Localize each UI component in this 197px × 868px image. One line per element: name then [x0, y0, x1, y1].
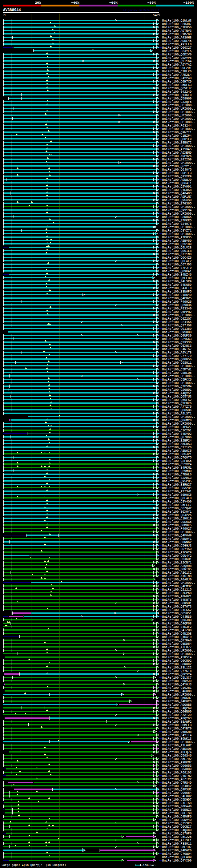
svg-text:UniRef100_A9NWJ9: UniRef100_A9NWJ9 — [162, 178, 192, 182]
svg-text:UniRef100_Q6EEB0: UniRef100_Q6EEB0 — [162, 277, 192, 280]
svg-text:UniRef100_Q8T6T3: UniRef100_Q8T6T3 — [162, 605, 192, 609]
svg-text:UniRef100_Q753X3: UniRef100_Q753X3 — [162, 822, 192, 825]
svg-text:UniRef100_Q8IBA0: UniRef100_Q8IBA0 — [162, 639, 192, 642]
svg-text:UniRef100_Q01369: UniRef100_Q01369 — [162, 327, 192, 331]
svg-text:UniRef100_Q0GN69: UniRef100_Q0GN69 — [162, 710, 192, 713]
svg-text:UniRef100_A2I3W1: UniRef100_A2I3W1 — [162, 490, 192, 493]
svg-text:~80%: ~80% — [147, 1, 156, 5]
svg-text:UniRef100_C5KVJ9: UniRef100_C5KVJ9 — [162, 680, 192, 683]
svg-text:UniRef100_UPI000..: UniRef100_UPI000.. — [162, 114, 195, 117]
svg-text:UniRef100_Q9C4Z6: UniRef100_Q9C4Z6 — [162, 256, 192, 259]
svg-text:UniRef100_UPI000..: UniRef100_UPI000.. — [162, 127, 195, 131]
svg-text:UniRef100_A4S6H8: UniRef100_A4S6H8 — [162, 36, 192, 39]
svg-text:UniRef100_Q179P0: UniRef100_Q179P0 — [162, 832, 192, 835]
svg-text:UniRef100_C7YT79: UniRef100_C7YT79 — [162, 354, 192, 358]
svg-text:UniRef100_C4WT57: UniRef100_C4WT57 — [162, 348, 192, 351]
svg-text:UniRef100_A7TSL1: UniRef100_A7TSL1 — [162, 839, 192, 842]
svg-text:UniRef100_UPI000..: UniRef100_UPI000.. — [162, 314, 195, 317]
svg-text:UniRef100_Q9FSU2: UniRef100_Q9FSU2 — [162, 788, 192, 791]
svg-text:UniRef100_Q9W7I1: UniRef100_Q9W7I1 — [162, 131, 192, 134]
svg-text:UniRef100_UPI000..: UniRef100_UPI000.. — [162, 581, 195, 585]
svg-text:UniRef100_P93340: UniRef100_P93340 — [162, 307, 192, 310]
svg-text:UniRef100_A0AUJ0: UniRef100_A0AUJ0 — [162, 578, 192, 581]
svg-text:UniRef100_C9E2R1: UniRef100_C9E2R1 — [162, 66, 192, 70]
svg-text:UniRef100_B9SU88: UniRef100_B9SU88 — [162, 331, 192, 334]
svg-text:UniRef100_A9RL45: UniRef100_A9RL45 — [162, 39, 192, 43]
svg-text:UniRef100_B7FJT0: UniRef100_B7FJT0 — [162, 266, 192, 270]
svg-text:UniRef100_C4PG27: UniRef100_C4PG27 — [162, 426, 192, 429]
svg-text:UniRef100_Q0UP30: UniRef100_Q0UP30 — [162, 334, 192, 338]
svg-text:UniRef100_C4LU92: UniRef100_C4LU92 — [162, 795, 192, 798]
svg-text:UniRef100_B7SP58: UniRef100_B7SP58 — [162, 591, 192, 595]
svg-text:1: 1 — [4, 13, 6, 17]
svg-text:UniRef100_UPI000..: UniRef100_UPI000.. — [162, 107, 195, 111]
svg-text:UniRef100_Q801L9: UniRef100_Q801L9 — [162, 137, 192, 141]
svg-text:UniRef100_A8Q263: UniRef100_A8Q263 — [162, 717, 192, 720]
svg-text:UniRef100_B4FKM1: UniRef100_B4FKM1 — [162, 466, 192, 470]
svg-text:UniRef100_A9TNV3: UniRef100_A9TNV3 — [162, 29, 192, 33]
svg-text:UniRef100_Q24D42: UniRef100_Q24D42 — [162, 784, 192, 788]
svg-text:UniRef100_B8BQ72: UniRef100_B8BQ72 — [162, 141, 192, 145]
svg-text:UniRef100_B6K8C2: UniRef100_B6K8C2 — [162, 662, 192, 666]
svg-text:UniRef100_A9QQB5: UniRef100_A9QQB5 — [162, 703, 192, 707]
svg-text:UniRef100_Q6FW89: UniRef100_Q6FW89 — [162, 856, 192, 859]
svg-text:UniRef100_Q8AVP6: UniRef100_Q8AVP6 — [162, 56, 192, 60]
svg-text:UniRef100_B3L122: UniRef100_B3L122 — [162, 666, 192, 670]
svg-text:UniRef100_C5L225: UniRef100_C5L225 — [162, 835, 192, 839]
svg-text:UniRef100_B8A2B4: UniRef100_B8A2B4 — [162, 487, 192, 490]
svg-text:UniRef100_B7G365: UniRef100_B7G365 — [162, 202, 192, 206]
svg-text:UniRef100_Q6L4F8: UniRef100_Q6L4F8 — [162, 497, 192, 500]
svg-text:UniRef100_UPI000..: UniRef100_UPI000.. — [162, 652, 195, 656]
svg-text:UniRef100_Q93134: UniRef100_Q93134 — [162, 209, 192, 212]
svg-text:UniRef100_UPI000..: UniRef100_UPI000.. — [162, 422, 195, 426]
svg-text:UniRef100_A8Q1C2: UniRef100_A8Q1C2 — [162, 571, 192, 575]
svg-text:UniRef100_UPI000..: UniRef100_UPI000.. — [162, 415, 195, 419]
svg-text:UniRef100_Q59S46: UniRef100_Q59S46 — [162, 754, 192, 757]
svg-text:UniRef100_Q29MB0: UniRef100_Q29MB0 — [162, 470, 192, 473]
svg-text:UniRef100_A9LST1: UniRef100_A9LST1 — [162, 412, 192, 415]
svg-text:UniRef100_Q95PD5: UniRef100_Q95PD5 — [162, 480, 192, 483]
svg-text:UniRef100_B4KUT6: UniRef100_B4KUT6 — [162, 598, 192, 602]
svg-text:UniRef100_Q6C592: UniRef100_Q6C592 — [162, 659, 192, 662]
svg-text:UniRef100_A9YTA2: UniRef100_A9YTA2 — [162, 63, 192, 66]
svg-text:UniRef100_C4LTS8: UniRef100_C4LTS8 — [162, 802, 192, 805]
svg-text:UniRef100_B4IZB0: UniRef100_B4IZB0 — [162, 629, 192, 632]
svg-text:UniRef100_P49026: UniRef100_P49026 — [162, 300, 192, 304]
svg-text:UniRef100_042248: UniRef100_042248 — [162, 77, 192, 80]
svg-text:Large gaps: ▲(in Query)/- (in: Large gaps: ▲(in Query)/- (in Subject) — [2, 863, 66, 867]
svg-text:UniRef100_Q870G6: UniRef100_Q870G6 — [162, 436, 192, 439]
svg-text:UniRef100_Q4UA19: UniRef100_Q4UA19 — [162, 636, 192, 639]
svg-text:UniRef100_B2BF24: UniRef100_B2BF24 — [162, 439, 192, 442]
svg-text:UniRef100_C5E1D7: UniRef100_C5E1D7 — [162, 845, 192, 849]
svg-text:UniRef100_UPI000..: UniRef100_UPI000.. — [162, 693, 195, 696]
svg-text:UniRef100_Q864T1: UniRef100_Q864T1 — [162, 182, 192, 185]
svg-text:UniRef100_C1MZG8: UniRef100_C1MZG8 — [162, 33, 192, 36]
svg-text:UniRef100_C1I1Z6: UniRef100_C1I1Z6 — [162, 446, 192, 449]
svg-text:UniRef100_UPI000..: UniRef100_UPI000.. — [162, 121, 195, 124]
svg-text:UniRef100_UPI000..: UniRef100_UPI000.. — [162, 232, 195, 236]
svg-text:UniRef100_A7TZ75: UniRef100_A7TZ75 — [162, 405, 192, 409]
svg-text:UniRef100_Q60FS2: UniRef100_Q60FS2 — [162, 398, 192, 402]
svg-text:UniRef100_C0S6G5: UniRef100_C0S6G5 — [162, 520, 192, 524]
svg-text:UniRef100_UPI000..: UniRef100_UPI000.. — [162, 741, 195, 744]
svg-text:UniRef100_Q65YU3: UniRef100_Q65YU3 — [162, 395, 192, 398]
svg-text:UniRef100_Q58G69: UniRef100_Q58G69 — [162, 97, 192, 100]
svg-text:UniRef100_UPI000..: UniRef100_UPI000.. — [162, 226, 195, 229]
svg-text:UniRef100_C8YZ71: UniRef100_C8YZ71 — [162, 229, 192, 232]
svg-text:UniRef100_Q4Y0J3: UniRef100_Q4Y0J3 — [162, 683, 192, 686]
svg-text:UniRef100_Q6DIV0: UniRef100_Q6DIV0 — [162, 53, 192, 56]
svg-text:UniRef100_B6HQX5: UniRef100_B6HQX5 — [162, 493, 192, 497]
svg-text:UniRef100_Q4PM32: UniRef100_Q4PM32 — [162, 585, 192, 588]
svg-text:UniRef100_A7E2L4: UniRef100_A7E2L4 — [162, 73, 192, 77]
svg-text:UniRef100_Q56J80: UniRef100_Q56J80 — [162, 619, 192, 622]
svg-text:UniRef100_B3RW27: UniRef100_B3RW27 — [162, 483, 192, 487]
svg-text:UniRef100_Q86M20: UniRef100_Q86M20 — [162, 419, 192, 422]
svg-text:UniRef100_Q4YX90: UniRef100_Q4YX90 — [162, 859, 192, 863]
svg-text:UniRef100_B7FKR5: UniRef100_B7FKR5 — [162, 219, 192, 222]
svg-text:UniRef100_B4JEI0: UniRef100_B4JEI0 — [162, 287, 192, 290]
svg-text:UniRef100_C3KHC5: UniRef100_C3KHC5 — [162, 216, 192, 219]
svg-text:UniRef100_A3FQ74: UniRef100_A3FQ74 — [162, 751, 192, 754]
svg-text:AlignView.pm Beta rel.7: AlignView.pm Beta rel.7 — [123, 9, 159, 12]
svg-text:UniRef100_Q5XUC3: UniRef100_Q5XUC3 — [162, 344, 192, 348]
svg-text:UniRef100_UPI000..: UniRef100_UPI000.. — [162, 145, 195, 148]
